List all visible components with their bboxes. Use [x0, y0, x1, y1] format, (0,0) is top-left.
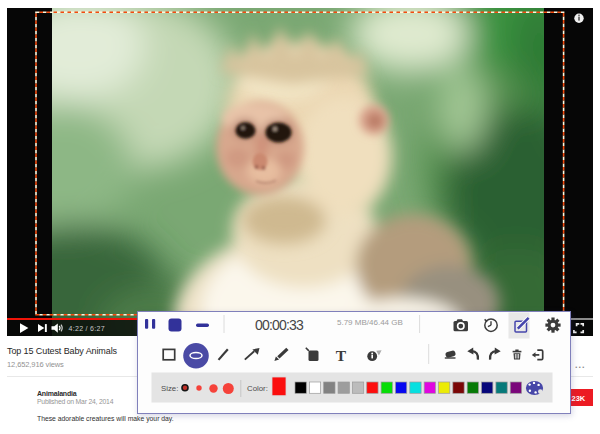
svg-text:4:22 / 6:27: 4:22 / 6:27 — [69, 325, 105, 332]
svg-text:Color:: Color: — [247, 384, 268, 393]
svg-text:Size:: Size: — [161, 384, 178, 393]
svg-text:T: T — [336, 347, 347, 364]
